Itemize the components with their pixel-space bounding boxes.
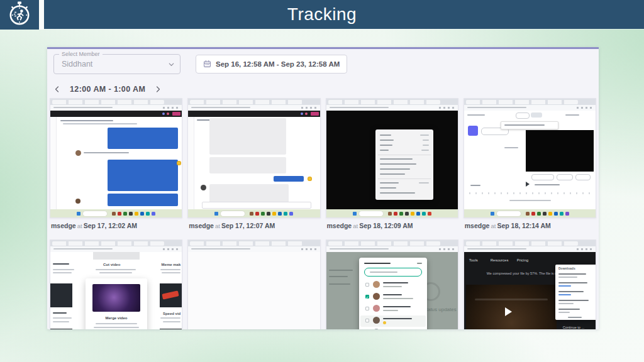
context-menu-mock xyxy=(375,129,433,200)
browser-tab-strip xyxy=(326,99,458,105)
date-range-button[interactable]: Sep 16, 12:58 AM - Sep 23, 12:58 AM xyxy=(196,55,347,74)
caption-at: at xyxy=(76,222,84,229)
caption-at: at xyxy=(214,222,221,229)
screenshot-image-clideo-tools: Cut video Meme mak Merge video xyxy=(50,239,182,329)
caption-time: Sep 18, 12:14 AM xyxy=(497,222,550,229)
contact-checkbox xyxy=(365,307,369,310)
card-image-cut-row xyxy=(50,329,72,329)
emoji-reaction-icon xyxy=(308,177,312,181)
card-image-speed xyxy=(160,283,182,307)
app-header: Tracking xyxy=(0,0,644,29)
tooltip-mock xyxy=(501,121,558,129)
caption-at: at xyxy=(352,222,359,229)
browser-tab-strip xyxy=(188,99,319,105)
screenshot-tile-3[interactable]: msedgeatSep 18, 12:09 AM xyxy=(326,98,458,234)
chat-bubble xyxy=(108,128,178,149)
screenshot-caption: msedgeatSep 18, 12:09 AM xyxy=(327,222,458,229)
screenshot-caption: msedgeatSep 18, 12:14 AM xyxy=(465,222,596,229)
upload-square-mock xyxy=(468,126,478,136)
taskbar-search xyxy=(358,211,384,217)
message-input-mock xyxy=(202,202,311,209)
browser-tab-strip xyxy=(464,240,596,246)
hour-navigation: 12:00 AM - 1:00 AM xyxy=(51,84,599,94)
browser-tab-strip xyxy=(188,240,319,246)
screenshot-tile-2[interactable]: msedgeatSep 17, 12:07 AM xyxy=(187,98,320,234)
browser-tab-strip xyxy=(464,99,596,105)
play-button-icon xyxy=(526,182,530,187)
merge-video-card: Merge video xyxy=(86,278,147,329)
browser-tab-strip xyxy=(50,99,182,105)
timeline-ruler-mock xyxy=(469,192,591,194)
screenshot-content: status updates ✓ xyxy=(326,252,458,329)
screenshot-tile-4[interactable]: msedgeatSep 18, 12:14 AM xyxy=(464,98,596,234)
tool-card-title: Meme mak xyxy=(162,263,181,266)
screenshot-image-whatsapp-contacts: status updates ✓ xyxy=(326,239,458,329)
teams-side-rail xyxy=(188,117,194,209)
screenshot-content: Cut video Meme mak Merge video xyxy=(50,252,182,329)
tool-card-title: Cut video xyxy=(103,263,120,266)
browser-tab-strip xyxy=(326,240,458,246)
screenshot-content xyxy=(464,111,596,209)
upload-tab-mock xyxy=(516,112,530,119)
avatar xyxy=(373,293,380,300)
screenshot-tile-8[interactable]: Tools Resources Pricing We compressed yo… xyxy=(464,239,596,329)
merge-card-image xyxy=(92,284,140,312)
join-button-mock xyxy=(172,112,180,116)
browser-tab-strip xyxy=(50,240,182,246)
screenshot-caption: msedgeatSep 17, 12:07 AM xyxy=(189,222,320,229)
status-updates-text: status updates xyxy=(424,307,457,312)
background-chip-mock xyxy=(557,174,573,180)
continue-to-text: Continue to ... xyxy=(563,326,584,329)
chat-message-block xyxy=(209,157,286,173)
screenshot-content: Tools Resources Pricing We compressed yo… xyxy=(464,252,596,329)
record-tab-mock xyxy=(531,112,542,118)
caption-time: Sep 17, 12:02 AM xyxy=(84,222,137,229)
screenshot-tile-6[interactable] xyxy=(187,239,320,329)
screenshot-tile-5[interactable]: Cut video Meme mak Merge video xyxy=(50,239,182,329)
member-select[interactable]: Select Member Siddhant xyxy=(53,54,180,74)
card-image-cut xyxy=(93,252,140,260)
tool-card-title: Speed vid xyxy=(163,312,180,315)
compress-result-text: We compressed your file by 57%. The file… xyxy=(487,272,561,276)
downloads-title: Downloads xyxy=(558,267,575,270)
chat-bubble xyxy=(108,160,178,191)
teams-title-bar xyxy=(50,111,182,117)
screenshot-tile-7[interactable]: status updates ✓ xyxy=(326,239,458,329)
screenshot-content xyxy=(188,111,319,209)
join-button-mock xyxy=(311,112,319,116)
tool-card-title: Merge video xyxy=(105,316,127,320)
screenshot-image-video-editor xyxy=(464,98,596,218)
avatar xyxy=(373,281,380,288)
logo-gap xyxy=(39,0,44,30)
caption-time: Sep 17, 12:07 AM xyxy=(221,222,275,229)
next-hour-button[interactable] xyxy=(152,84,164,94)
screenshot-tile-1[interactable]: msedgeatSep 17, 12:02 AM xyxy=(50,98,182,234)
screenshot-content xyxy=(188,252,319,329)
teams-side-rail xyxy=(50,117,57,209)
avatar xyxy=(75,150,81,156)
chat-message-block xyxy=(209,184,289,203)
screenshot-image-blank-page xyxy=(187,239,320,329)
caption-at: at xyxy=(489,222,497,229)
emoji-reaction-icon xyxy=(177,161,181,165)
windows-start-icon xyxy=(214,212,218,216)
card-image-left xyxy=(50,283,72,307)
contact-checkbox xyxy=(365,283,369,287)
caption-app: msedge xyxy=(51,222,76,229)
page-title: Tracking xyxy=(0,0,644,29)
avatar xyxy=(75,199,80,204)
member-select-value: Siddhant xyxy=(62,60,92,69)
video-player-mock: clideo.com xyxy=(466,285,557,329)
chat-bubble xyxy=(274,176,304,182)
avatar xyxy=(373,317,380,324)
caption-app: msedge xyxy=(327,222,352,229)
date-range-text: Sep 16, 12:58 AM - Sep 23, 12:58 AM xyxy=(216,60,340,68)
windows-taskbar xyxy=(188,209,319,217)
windows-start-icon xyxy=(77,212,80,216)
card-image-cut-row xyxy=(160,329,182,329)
screenshot-content xyxy=(326,111,458,209)
filter-controls: Select Member Siddhant Sep 16, 12:58 AM … xyxy=(53,54,599,74)
windows-taskbar xyxy=(464,209,596,217)
prev-hour-button[interactable] xyxy=(51,84,64,94)
settings-chip-mock xyxy=(575,174,591,180)
